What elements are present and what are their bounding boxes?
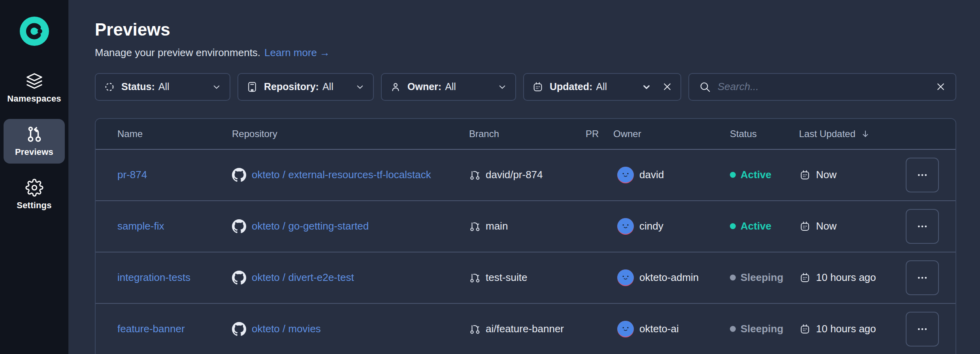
ellipsis-icon <box>916 272 928 284</box>
owner-name: cindy <box>639 220 663 232</box>
filter-bar: Status: All Repository: All Owner: <box>95 73 956 101</box>
branch-cell: david/pr-874 <box>469 169 586 181</box>
owner-cell: okteto-admin <box>613 269 730 286</box>
status-badge: Sleeping <box>741 323 783 335</box>
filter-status[interactable]: Status: All <box>95 73 230 101</box>
column-header-repository[interactable]: Repository <box>232 128 469 139</box>
actions-cell <box>906 312 956 346</box>
person-icon <box>390 81 401 93</box>
table-row[interactable]: integration-tests okteto / divert-e2e-te… <box>96 252 956 304</box>
sidebar-item-namespaces[interactable]: Namespaces <box>4 66 65 110</box>
branch-cell: ai/feature-banner <box>469 323 586 335</box>
subtitle-text: Manage your preview environments. <box>95 46 260 59</box>
row-menu-button[interactable] <box>906 158 939 192</box>
repository-link[interactable]: okteto / movies <box>252 323 321 335</box>
table-row[interactable]: feature-banner okteto / movies ai/featur… <box>96 304 956 354</box>
column-header-last-updated[interactable]: Last Updated <box>799 128 906 139</box>
last-updated-cell: Now <box>799 220 906 232</box>
status-dot <box>730 275 736 281</box>
branch-name: ai/feature-banner <box>486 323 564 335</box>
repository-link[interactable]: okteto / divert-e2e-test <box>252 271 354 284</box>
git-previews-icon <box>25 125 43 143</box>
filter-value: All <box>445 81 456 92</box>
preview-name-link[interactable]: sample-fix <box>117 220 164 232</box>
chevron-down-icon <box>355 82 365 92</box>
github-icon <box>232 219 246 233</box>
learn-more-link[interactable]: Learn more→ <box>264 46 330 59</box>
status-dot <box>730 223 736 229</box>
calendar-icon <box>799 272 811 284</box>
chevron-down-icon <box>641 82 652 92</box>
filter-owner[interactable]: Owner: All <box>381 73 516 101</box>
owner-avatar <box>617 167 634 183</box>
table-row[interactable]: pr-874 okteto / external-resources-tf-lo… <box>96 150 956 201</box>
row-menu-button[interactable] <box>906 209 939 244</box>
page-subtitle: Manage your preview environments. Learn … <box>95 46 956 59</box>
clear-filter-icon[interactable] <box>662 81 673 92</box>
preview-name-link[interactable]: feature-banner <box>117 323 185 335</box>
gear-icon <box>25 179 43 197</box>
filter-updated[interactable]: Updated: All <box>523 73 681 101</box>
last-updated-cell: 10 hours ago <box>799 323 906 335</box>
last-updated-text: Now <box>816 220 837 232</box>
status-cell: Active <box>730 220 799 232</box>
sidebar-item-label: Settings <box>17 200 51 211</box>
search-icon <box>699 81 711 93</box>
calendar-icon <box>532 81 544 93</box>
clear-search-icon[interactable] <box>935 81 946 92</box>
arrow-right-icon: → <box>320 46 330 59</box>
preview-name-link[interactable]: pr-874 <box>117 169 147 181</box>
owner-name: okteto-ai <box>639 323 679 335</box>
owner-avatar <box>617 321 634 337</box>
sidebar-item-settings[interactable]: Settings <box>4 172 65 217</box>
preview-name-cell: sample-fix <box>96 220 232 232</box>
git-branch-icon <box>469 323 481 335</box>
sort-desc-icon[interactable] <box>860 129 871 139</box>
preview-name-link[interactable]: integration-tests <box>117 271 190 283</box>
column-header-pr[interactable]: PR <box>586 128 613 139</box>
filter-value: All <box>322 81 334 92</box>
main-content: Previews Manage your preview environment… <box>69 0 980 354</box>
filter-label: Updated: <box>550 81 592 92</box>
row-menu-button[interactable] <box>906 312 939 346</box>
column-header-owner[interactable]: Owner <box>613 128 730 139</box>
search-box[interactable] <box>688 73 956 101</box>
github-icon <box>232 168 246 182</box>
chevron-down-icon <box>497 82 507 92</box>
sidebar: Namespaces Previews Settings <box>0 0 69 354</box>
page-title: Previews <box>95 20 956 40</box>
actions-cell <box>906 158 956 192</box>
row-menu-button[interactable] <box>906 260 939 295</box>
repository-link[interactable]: okteto / external-resources-tf-localstac… <box>252 169 431 181</box>
calendar-icon <box>799 169 811 181</box>
column-header-branch[interactable]: Branch <box>469 128 586 139</box>
repository-cell: okteto / external-resources-tf-localstac… <box>232 168 469 182</box>
owner-cell: okteto-ai <box>613 321 730 337</box>
preview-name-cell: feature-banner <box>96 323 232 335</box>
status-cell: Sleeping <box>730 323 799 335</box>
table-header: Name Repository Branch PR Owner Status L… <box>96 119 956 150</box>
ellipsis-icon <box>916 220 928 232</box>
last-updated-cell: 10 hours ago <box>799 271 906 284</box>
search-input[interactable] <box>718 81 925 93</box>
table-row[interactable]: sample-fix okteto / go-getting-started m… <box>96 201 956 252</box>
chevron-down-icon <box>211 82 222 92</box>
git-branch-icon <box>469 272 481 284</box>
status-badge: Sleeping <box>741 271 783 284</box>
status-dot <box>730 326 736 332</box>
filter-label: Repository: <box>264 81 319 92</box>
column-header-name[interactable]: Name <box>96 128 232 139</box>
repository-link[interactable]: okteto / go-getting-started <box>252 220 369 232</box>
branch-name: main <box>486 220 508 232</box>
owner-name: okteto-admin <box>639 271 699 284</box>
github-icon <box>232 271 246 285</box>
previews-table: Name Repository Branch PR Owner Status L… <box>95 118 956 354</box>
filter-label: Status: <box>121 81 155 92</box>
sidebar-item-previews[interactable]: Previews <box>4 119 65 164</box>
okteto-logo[interactable] <box>20 17 49 46</box>
preview-name-cell: integration-tests <box>96 271 232 284</box>
column-header-status[interactable]: Status <box>730 128 799 139</box>
filter-repository[interactable]: Repository: All <box>237 73 374 101</box>
last-updated-text: 10 hours ago <box>816 271 876 284</box>
last-updated-cell: Now <box>799 169 906 181</box>
